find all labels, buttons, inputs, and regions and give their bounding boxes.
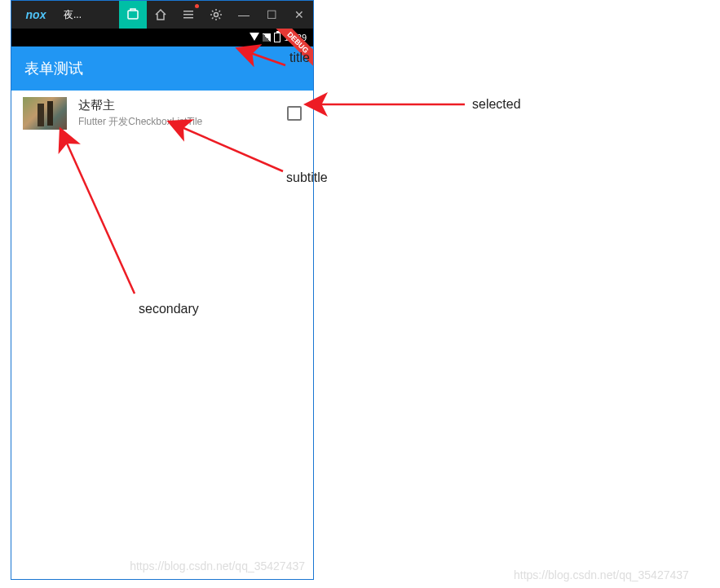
minimize-icon[interactable]: — <box>230 1 258 29</box>
emulator-window: nox 夜... — ☐ ✕ 12:29 <box>11 0 314 580</box>
wifi-icon <box>250 33 259 41</box>
notification-dot-icon <box>195 4 199 8</box>
emulator-window-title: 夜... <box>64 8 82 22</box>
tile-title: 达帮主 <box>78 98 276 113</box>
annotation-title-label: title <box>289 51 310 65</box>
svg-point-4 <box>214 13 219 17</box>
nox-logo: nox <box>11 8 60 21</box>
battery-icon <box>274 33 280 42</box>
signal-icon <box>263 33 271 42</box>
annotation-secondary-label: secondary <box>139 302 199 316</box>
android-status-bar: 12:29 <box>11 29 313 46</box>
close-icon[interactable]: ✕ <box>285 1 313 29</box>
svg-rect-0 <box>128 11 138 19</box>
svg-rect-3 <box>183 17 193 19</box>
app-bar: 表单测试 <box>11 46 313 91</box>
svg-rect-1 <box>183 11 193 12</box>
settings-icon[interactable] <box>202 1 230 29</box>
annotation-selected-label: selected <box>472 97 521 112</box>
emulator-titlebar: nox 夜... — ☐ ✕ <box>11 1 313 29</box>
svg-rect-2 <box>183 14 193 15</box>
annotation-subtitle-label: subtitle <box>286 170 328 185</box>
store-icon[interactable] <box>119 1 147 29</box>
more-icon[interactable] <box>174 1 202 29</box>
app-bar-title: 表单测试 <box>24 59 83 78</box>
home-icon[interactable] <box>147 1 174 29</box>
tile-body: 达帮主 Flutter 开发CheckboxListTile <box>78 98 276 129</box>
checkbox-list-tile[interactable]: 达帮主 Flutter 开发CheckboxListTile <box>11 91 313 136</box>
tile-subtitle: Flutter 开发CheckboxListTile <box>78 115 276 129</box>
checkbox[interactable] <box>287 106 302 121</box>
watermark: https://blog.csdn.net/qq_35427437 <box>130 559 305 573</box>
watermark-outer: https://blog.csdn.net/qq_35427437 <box>514 568 689 581</box>
maximize-icon[interactable]: ☐ <box>258 1 285 29</box>
titlebar-icon-group: — ☐ ✕ <box>119 1 313 29</box>
secondary-image <box>23 97 67 130</box>
